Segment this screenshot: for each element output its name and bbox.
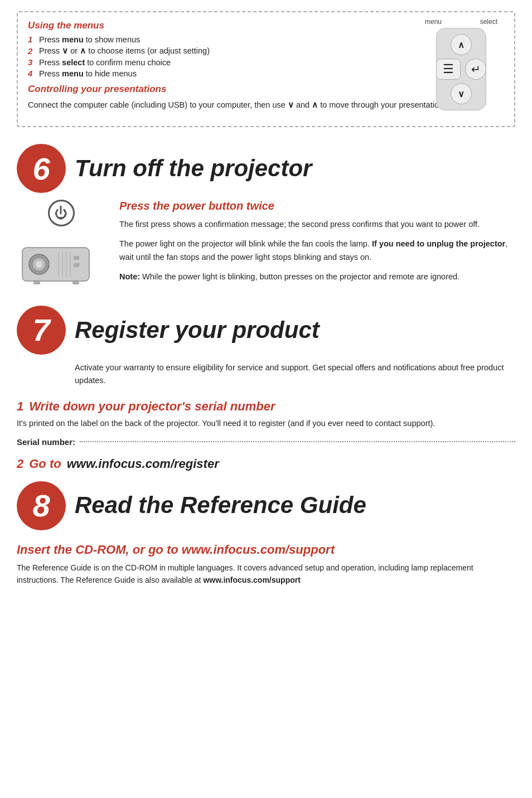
svg-rect-9	[74, 263, 79, 267]
step-6-text: Press the power button twice The first p…	[119, 200, 515, 290]
projector-svg	[17, 231, 100, 287]
bold-menu: menu	[62, 35, 84, 44]
svg-point-3	[36, 261, 42, 268]
step-6-para2: The power light on the projector will bl…	[119, 238, 515, 263]
svg-rect-8	[74, 256, 79, 260]
remote-label-select: select	[480, 18, 497, 26]
bold-unplug: If you need to unplug the projector	[372, 239, 505, 248]
step-7-circle: 7	[17, 306, 66, 355]
note-label: Note:	[119, 272, 140, 281]
bottom-section: Insert the CD-ROM, or go to www.infocus.…	[17, 543, 515, 587]
step-7-para: Activate your warranty to ensure eligibi…	[17, 361, 515, 387]
sub-section-2: 2 Go to www.infocus.com/register	[17, 457, 515, 471]
step-7-header: 7 Register your product	[17, 306, 515, 355]
step-6-content: ⏻ P	[17, 200, 515, 290]
sub-1-para: It's printed on the label on the back of…	[17, 417, 515, 430]
bold-menu2: menu	[62, 69, 84, 78]
bottom-para-url: www.infocus.com/support	[203, 575, 301, 584]
sub-2-url: www.infocus.com/register	[67, 457, 219, 471]
sub-section-1: 1 Write down your projector's serial num…	[17, 399, 515, 446]
bold-select: select	[62, 58, 85, 67]
remote-middle-row: ☰ ↵	[436, 59, 486, 80]
step-6-subtitle: Press the power button twice	[119, 200, 515, 212]
remote-up-btn: ∧	[451, 34, 472, 55]
bottom-heading: Insert the CD-ROM, or go to www.infocus.…	[17, 543, 515, 557]
step-8-header: 8 Read the Reference Guide	[17, 481, 515, 530]
remote-diagram: menu select ∧ ☰ ↵ ∨	[425, 18, 497, 110]
serial-label: Serial number:	[17, 437, 75, 447]
step-6-section: 6 Turn off the projector ⏻	[17, 144, 515, 290]
serial-dots	[80, 441, 515, 442]
projector-image: ⏻	[17, 200, 106, 289]
step-6-title: Turn off the projector	[75, 156, 312, 181]
step-8-circle: 8	[17, 481, 66, 530]
svg-rect-11	[72, 280, 79, 284]
svg-rect-10	[33, 280, 40, 284]
step-6-circle: 6	[17, 144, 66, 193]
step-6-header: 6 Turn off the projector	[17, 144, 515, 193]
sub-1-heading: 1 Write down your projector's serial num…	[17, 399, 515, 414]
remote-select-btn: ↵	[465, 59, 486, 80]
step-6-note: Note: While the power light is blinking,…	[119, 270, 515, 283]
remote-down-btn: ∨	[451, 83, 472, 104]
power-icon: ⏻	[48, 200, 75, 226]
sub-2-heading: Go to www.infocus.com/register	[29, 457, 219, 471]
bottom-para: The Reference Guide is on the CD-ROM in …	[17, 562, 515, 587]
bottom-url: www.infocus.com/support	[182, 543, 335, 557]
serial-number-line: Serial number:	[17, 437, 515, 447]
remote-label-menu: menu	[425, 18, 442, 26]
remote-menu-btn: ☰	[436, 59, 461, 80]
step-7-section: 7 Register your product Activate your wa…	[17, 306, 515, 387]
step-8-title: Read the Reference Guide	[75, 492, 366, 518]
step-6-para1: The first press shows a confirmation mes…	[119, 218, 515, 231]
dotted-instructions-box: Using the menus 1 Press menu to show men…	[17, 11, 515, 127]
remote-body: ∧ ☰ ↵ ∨	[436, 28, 486, 110]
step-8-section: 8 Read the Reference Guide	[17, 481, 515, 530]
step-7-title: Register your product	[75, 317, 320, 343]
